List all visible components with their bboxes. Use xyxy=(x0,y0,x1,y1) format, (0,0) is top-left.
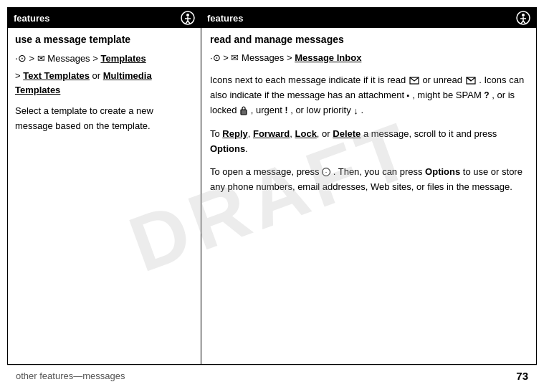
para2-lock: Lock xyxy=(295,128,317,139)
read-envelope-icon xyxy=(409,77,419,85)
left-nav-text-templates-link[interactable]: Text Templates xyxy=(23,70,90,81)
svg-point-1 xyxy=(186,14,189,16)
para2-comma1: , xyxy=(248,128,253,139)
right-panel-body: read and manage messages ·⊙ > ✉ Messages… xyxy=(201,28,536,364)
right-header-label: features xyxy=(207,13,244,24)
para1-text1: Icons next to each message indicate if i… xyxy=(210,75,409,85)
right-nav-path: ·⊙ > ✉ Messages > Message Inbox xyxy=(210,51,528,65)
page-wrapper: DRAFT features use a message template xyxy=(0,0,544,392)
para2-forward: Forward xyxy=(253,128,290,139)
right-para2: To Reply, Forward, Lock, or Delete a mes… xyxy=(210,126,528,157)
svg-line-5 xyxy=(188,21,190,24)
right-panel-header: features xyxy=(201,8,536,28)
bullet-icon-right: ·⊙ xyxy=(210,52,221,63)
para2-delete: Delete xyxy=(333,128,361,139)
left-header-label: features xyxy=(14,13,50,24)
attachment-icon: ▪ xyxy=(407,91,410,100)
right-panel: features read and manage messages ·⊙ > xyxy=(201,8,536,364)
right-para1: Icons next to each message indicate if i… xyxy=(210,72,528,119)
para2-to: To xyxy=(210,128,222,139)
accessibility-icon-left xyxy=(181,11,195,25)
left-nav-messages: Messages > xyxy=(47,53,100,64)
lock-icon xyxy=(240,106,247,115)
bullet-icon-left: ·⊙ xyxy=(15,52,27,64)
footer: other features—messages 73 xyxy=(7,365,537,386)
para2-end: . xyxy=(245,143,248,154)
svg-point-7 xyxy=(522,14,525,16)
spam-icon: ? xyxy=(484,90,489,100)
right-nav-arrow1: > xyxy=(223,52,231,63)
footer-page-number: 73 xyxy=(516,370,528,382)
svg-line-11 xyxy=(523,21,525,24)
left-nav-path: ·⊙ > ✉ Messages > Templates xyxy=(15,51,194,66)
right-nav-inbox-link[interactable]: Message Inbox xyxy=(295,52,361,63)
svg-rect-14 xyxy=(241,110,247,115)
para1-or: or unread xyxy=(422,75,464,85)
para2-reply: Reply xyxy=(222,128,247,139)
left-panel-header: features xyxy=(8,8,201,28)
left-panel: features use a message template ·⊙ > xyxy=(8,8,201,364)
para3-center-key-icon: · xyxy=(322,168,330,176)
para3-text1: To open a message, press xyxy=(210,166,322,177)
para3-text2: . Then, you can press xyxy=(333,166,425,177)
unread-envelope-icon xyxy=(466,77,476,85)
content-area: features use a message template ·⊙ > xyxy=(7,7,537,365)
left-panel-body: use a message template ·⊙ > ✉ Messages >… xyxy=(8,28,201,364)
para1-end: . xyxy=(361,105,363,115)
left-description: Select a template to create a new messag… xyxy=(15,104,194,134)
right-para3: To open a message, press · . Then, you c… xyxy=(210,164,528,195)
left-nav-arrow1: > xyxy=(29,53,37,64)
para2-options: Options xyxy=(210,143,245,154)
left-nav-or: or xyxy=(90,70,103,81)
para3-options: Options xyxy=(425,166,460,177)
para1-text6: , or low priority xyxy=(290,105,353,115)
urgent-icon: ! xyxy=(285,105,288,115)
para2-comma2: , xyxy=(290,128,295,139)
para2-comma3: , xyxy=(317,128,322,139)
right-section-title: read and manage messages xyxy=(210,34,528,45)
left-section-title: use a message template xyxy=(15,34,194,45)
footer-text: other features—messages xyxy=(16,371,125,381)
right-nav-messages: Messages > xyxy=(242,52,295,63)
left-nav-mail-icon: ✉ xyxy=(37,53,45,64)
left-nav-arrow-prefix: > xyxy=(15,70,23,81)
right-nav-mail-icon: ✉ xyxy=(231,52,239,63)
para1-text3: , might be SPAM xyxy=(412,90,484,100)
para1-text5: , urgent xyxy=(251,105,285,115)
accessibility-icon-right xyxy=(516,11,530,25)
left-nav-path-2: > Text Templates or Multimedia Templates xyxy=(15,69,194,97)
para2-or: or xyxy=(322,128,333,139)
left-nav-templates-link[interactable]: Templates xyxy=(100,53,145,64)
para2-rest: a message, scroll to it and press xyxy=(361,128,497,139)
lowpri-icon: ↓ xyxy=(353,105,358,116)
